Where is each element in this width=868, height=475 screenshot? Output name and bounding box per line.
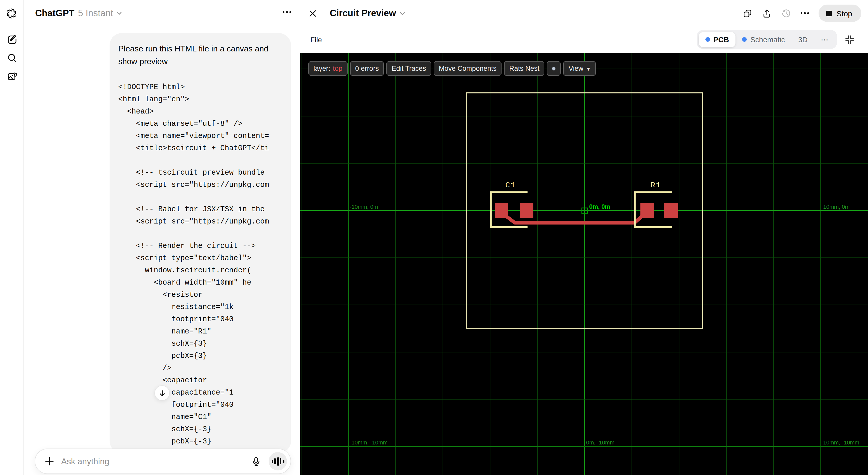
message-composer[interactable]: Ask anything xyxy=(35,448,291,474)
code-line: resistance="1k xyxy=(118,301,291,313)
pcb-canvas[interactable]: C1 R1 0m, 0m -10mm, 0m 10mm, 0m -10mm, -… xyxy=(300,53,868,475)
canvas-title[interactable]: Circuit Preview xyxy=(330,8,396,19)
canvas-header: Circuit Preview Stop xyxy=(300,0,868,27)
code-line: <title>tscircuit + ChatGPT</ti xyxy=(118,142,291,154)
code-line: <meta name="viewport" content= xyxy=(118,130,291,142)
stop-label: Stop xyxy=(836,9,852,18)
code-line xyxy=(118,191,291,203)
tab-3d[interactable]: 3D xyxy=(792,32,814,47)
schematic-dot-icon xyxy=(742,37,747,42)
bottom-center-coord-label: 0m, -10mm xyxy=(586,439,614,446)
pencil-tool-button[interactable] xyxy=(547,61,561,76)
move-components-button[interactable]: Move Components xyxy=(434,61,502,76)
search-icon[interactable] xyxy=(7,53,18,64)
new-chat-icon[interactable] xyxy=(7,34,18,45)
r1-pad-1 xyxy=(641,203,654,218)
r1-pad-2 xyxy=(664,203,678,218)
errors-label: 0 errors xyxy=(355,65,379,72)
history-icon[interactable] xyxy=(781,8,791,18)
tab-schematic-label: Schematic xyxy=(750,35,785,43)
origin-coord-label: 0m, 0m xyxy=(589,203,610,210)
code-line: <script src="https://unpkg.com xyxy=(118,215,291,228)
code-line: <!-- Babel for JSX/TSX in the xyxy=(118,203,291,215)
stop-button[interactable]: Stop xyxy=(818,5,861,22)
sidebar-rail xyxy=(0,0,24,475)
code-line: schX={-3} xyxy=(118,423,291,435)
chat-header: ChatGPT 5 Instant xyxy=(24,0,300,27)
stop-square-icon xyxy=(826,10,832,16)
canvas-menubar: File PCB Schematic 3D ⋯ xyxy=(300,27,868,53)
code-line: capacitance="1 xyxy=(118,386,291,399)
code-line: <board width="10mm" he xyxy=(118,276,291,289)
minimize-icon[interactable] xyxy=(845,35,854,44)
code-line: pcbX={3} xyxy=(118,350,291,362)
caret-down-icon: ▼ xyxy=(586,66,591,71)
app-title: ChatGPT xyxy=(35,8,74,19)
openai-logo-icon xyxy=(5,7,18,20)
move-components-label: Move Components xyxy=(439,65,497,72)
code-line: /> xyxy=(118,362,291,374)
chevron-down-icon[interactable] xyxy=(116,10,122,16)
pencil-icon xyxy=(552,66,556,71)
tab-more-label: ⋯ xyxy=(821,35,828,43)
tab-pcb-label: PCB xyxy=(713,35,729,43)
pcb-ref-r1: R1 xyxy=(651,181,661,190)
copy-icon[interactable] xyxy=(742,8,752,18)
code-line: <head> xyxy=(118,105,291,117)
voice-mode-button[interactable] xyxy=(269,452,287,470)
code-line: <meta charset="utf-8" /> xyxy=(118,117,291,130)
grid-layer xyxy=(300,53,868,475)
code-line: <html lang="en"> xyxy=(118,93,291,105)
canvas-panel: Circuit Preview Stop File xyxy=(300,0,868,475)
bottom-right-coord-label: 10mm, -10mm xyxy=(823,439,859,446)
panel-divider[interactable] xyxy=(300,0,300,475)
pcb-drawing[interactable]: C1 R1 0m, 0m -10mm, 0m 10mm, 0m -10mm, -… xyxy=(300,53,868,475)
code-line: <!DOCTYPE html> xyxy=(118,81,291,93)
pcb-toolbar: layer: top 0 errors Edit Traces Move Com… xyxy=(308,61,596,76)
tab-pcb[interactable]: PCB xyxy=(699,32,736,47)
tab-more[interactable]: ⋯ xyxy=(814,32,835,47)
pcb-dot-icon xyxy=(705,37,710,42)
layer-label: layer: xyxy=(313,65,330,72)
user-message-text: Please run this HTML file in a canvas an… xyxy=(118,42,282,68)
code-line: <resistor xyxy=(118,289,291,301)
more-options-icon[interactable] xyxy=(801,12,809,14)
model-name[interactable]: 5 Instant xyxy=(78,8,113,19)
library-icon[interactable] xyxy=(7,71,18,82)
code-line: footprint="040 xyxy=(118,313,291,325)
rats-nest-button[interactable]: Rats Nest xyxy=(504,61,545,76)
arrow-down-icon xyxy=(158,389,166,397)
code-line: <capacitor xyxy=(118,374,291,386)
code-line: <!-- tscircuit preview bundle xyxy=(118,167,291,179)
code-line: window.tscircuit.render( xyxy=(118,264,291,276)
code-line: name="R1" xyxy=(118,325,291,338)
layer-button[interactable]: layer: top xyxy=(308,61,348,76)
code-line: <script type="text/babel"> xyxy=(118,252,291,264)
file-menu[interactable]: File xyxy=(310,36,322,44)
close-icon[interactable] xyxy=(308,9,317,18)
mic-icon[interactable] xyxy=(251,456,261,467)
code-line: <!-- Render the circuit --> xyxy=(118,240,291,252)
plus-icon[interactable] xyxy=(44,456,55,467)
scroll-to-bottom-button[interactable] xyxy=(154,385,170,401)
view-label: View xyxy=(568,65,583,72)
code-line: name="C1" xyxy=(118,411,291,423)
code-line: schX={3} xyxy=(118,338,291,350)
c1-pad-2 xyxy=(520,203,533,218)
code-line: pcbX={-3} xyxy=(118,435,291,447)
chevron-down-icon[interactable] xyxy=(399,10,406,16)
edit-traces-button[interactable]: Edit Traces xyxy=(386,61,431,76)
chat-panel: ChatGPT 5 Instant Please run this HTML f… xyxy=(24,0,300,475)
errors-button[interactable]: 0 errors xyxy=(350,61,384,76)
tab-schematic[interactable]: Schematic xyxy=(736,32,792,47)
tab-3d-label: 3D xyxy=(798,35,808,43)
pcb-ref-c1: C1 xyxy=(505,181,516,190)
share-icon[interactable] xyxy=(762,8,771,18)
view-button[interactable]: View ▼ xyxy=(563,61,596,76)
c1-pad-1 xyxy=(495,203,508,218)
view-tabs: PCB Schematic 3D ⋯ xyxy=(696,30,837,49)
code-line: footprint="040 xyxy=(118,399,291,411)
layer-value: top xyxy=(333,65,342,72)
conversation-menu-icon[interactable] xyxy=(283,11,291,13)
composer-placeholder[interactable]: Ask anything xyxy=(61,456,251,466)
